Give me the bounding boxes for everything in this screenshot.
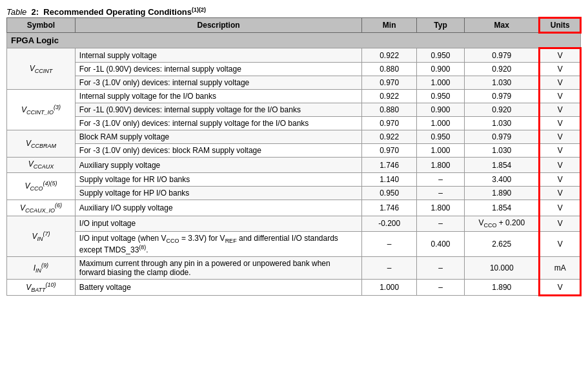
units-cell: V — [540, 231, 581, 256]
min-cell: – — [362, 231, 417, 256]
max-cell: 1.030 — [465, 76, 540, 90]
table-row: VIN(7) I/O input voltage -0.200 – VCCO +… — [7, 216, 581, 231]
table-row: VCCINT Internal supply voltage 0.922 0.9… — [7, 48, 581, 63]
min-cell: – — [362, 256, 417, 279]
typ-cell: 0.950 — [416, 130, 464, 144]
units-cell: V — [540, 76, 581, 90]
units-cell: V — [540, 216, 581, 231]
table-row: VCCAUX_IO(6) Auxiliary I/O supply voltag… — [7, 200, 581, 216]
section-fpga-logic: FPGA Logic — [7, 33, 581, 48]
max-cell: 2.625 — [465, 231, 540, 256]
symbol-vccaux-io: VCCAUX_IO(6) — [7, 200, 76, 216]
desc-cell: Auxiliary I/O supply voltage — [75, 200, 362, 216]
max-cell: 0.920 — [465, 103, 540, 117]
min-cell: 1.000 — [362, 279, 417, 295]
max-cell: 0.979 — [465, 130, 540, 144]
desc-cell: Battery voltage — [75, 279, 362, 295]
symbol-iin: IIN(9) — [7, 256, 76, 279]
table-row: For -3 (1.0V only) devices: block RAM su… — [7, 144, 581, 158]
desc-cell: For -1L (0.90V) devices: internal supply… — [75, 103, 362, 117]
max-cell: 0.920 — [465, 63, 540, 76]
table-row: Supply voltage for HP I/O banks 0.950 – … — [7, 186, 581, 200]
symbol-vccint-io: VCCINT_IO(3) — [7, 90, 76, 130]
desc-cell: Block RAM supply voltage — [75, 130, 362, 144]
units-cell: V — [540, 103, 581, 117]
desc-cell: For -3 (1.0V only) devices: block RAM su… — [75, 144, 362, 158]
typ-cell: – — [416, 172, 464, 186]
max-cell: 1.890 — [465, 186, 540, 200]
min-cell: 1.140 — [362, 172, 417, 186]
units-cell: V — [540, 90, 581, 103]
symbol-vbatt: VBATT(10) — [7, 279, 76, 295]
min-cell: 0.970 — [362, 76, 417, 90]
max-cell: 1.854 — [465, 158, 540, 172]
table-row: I/O input voltage (when VCCO = 3.3V) for… — [7, 231, 581, 256]
typ-cell: 1.000 — [416, 144, 464, 158]
max-cell: 1.030 — [465, 144, 540, 158]
max-cell: 10.000 — [465, 256, 540, 279]
symbol-vccint: VCCINT — [7, 48, 76, 90]
units-cell: V — [540, 158, 581, 172]
typ-cell: – — [416, 186, 464, 200]
main-table: Symbol Description Min Typ Max Units FPG… — [6, 17, 582, 296]
typ-cell: 0.950 — [416, 90, 464, 103]
max-cell: 1.854 — [465, 200, 540, 216]
max-cell: 3.400 — [465, 172, 540, 186]
typ-cell: 1.800 — [416, 158, 464, 172]
min-cell: 0.950 — [362, 186, 417, 200]
symbol-vccbram: VCCBRAM — [7, 130, 76, 158]
min-cell: 0.880 — [362, 103, 417, 117]
max-cell: VCCO + 0.200 — [465, 216, 540, 231]
typ-cell: 1.800 — [416, 200, 464, 216]
desc-cell: Supply voltage for HP I/O banks — [75, 186, 362, 200]
header-max: Max — [465, 18, 540, 33]
table-row: For -3 (1.0V only) devices: internal sup… — [7, 76, 581, 90]
typ-cell: 0.900 — [416, 103, 464, 117]
symbol-vccaux: VCCAUX — [7, 158, 76, 172]
typ-cell: 1.000 — [416, 76, 464, 90]
typ-cell: 0.400 — [416, 231, 464, 256]
symbol-vcco: VCCO(4)(5) — [7, 172, 76, 200]
table-row: VCCAUX Auxiliary supply voltage 1.746 1.… — [7, 158, 581, 172]
units-cell: V — [540, 279, 581, 295]
units-cell: V — [540, 130, 581, 144]
units-cell: V — [540, 186, 581, 200]
desc-cell: Maximum current through any pin in a pow… — [75, 256, 362, 279]
table-row: VCCINT_IO(3) Internal supply voltage for… — [7, 90, 581, 103]
min-cell: 0.922 — [362, 130, 417, 144]
table-row: VCCO(4)(5) Supply voltage for HR I/O ban… — [7, 172, 581, 186]
max-cell: 1.890 — [465, 279, 540, 295]
desc-cell: Internal supply voltage — [75, 48, 362, 63]
units-cell: V — [540, 144, 581, 158]
typ-cell: 0.950 — [416, 48, 464, 63]
min-cell: -0.200 — [362, 216, 417, 231]
desc-cell: Supply voltage for HR I/O banks — [75, 172, 362, 186]
section-label: FPGA Logic — [7, 33, 581, 48]
max-cell: 0.979 — [465, 48, 540, 63]
min-cell: 1.746 — [362, 200, 417, 216]
table-row: For -1L (0.90V) devices: internal supply… — [7, 63, 581, 76]
header-row: Symbol Description Min Typ Max Units — [7, 18, 581, 33]
units-cell: V — [540, 172, 581, 186]
table-title-container: Table 2: Recommended Operating Condition… — [6, 6, 582, 17]
symbol-vin: VIN(7) — [7, 216, 76, 257]
min-cell: 1.746 — [362, 158, 417, 172]
typ-cell: – — [416, 216, 464, 231]
desc-cell: For -3 (1.0V only) devices: internal sup… — [75, 76, 362, 90]
units-cell: mA — [540, 256, 581, 279]
desc-cell: For -1L (0.90V) devices: internal supply… — [75, 63, 362, 76]
units-cell: V — [540, 200, 581, 216]
min-cell: 0.880 — [362, 63, 417, 76]
max-cell: 1.030 — [465, 117, 540, 130]
desc-cell: I/O input voltage (when VCCO = 3.3V) for… — [75, 231, 362, 256]
min-cell: 0.970 — [362, 144, 417, 158]
min-cell: 0.922 — [362, 90, 417, 103]
max-cell: 0.979 — [465, 90, 540, 103]
header-symbol: Symbol — [7, 18, 76, 33]
units-cell: V — [540, 63, 581, 76]
header-typ: Typ — [416, 18, 464, 33]
header-units: Units — [540, 18, 581, 33]
table-row: VCCBRAM Block RAM supply voltage 0.922 0… — [7, 130, 581, 144]
desc-cell: Internal supply voltage for the I/O bank… — [75, 90, 362, 103]
units-cell: V — [540, 48, 581, 63]
